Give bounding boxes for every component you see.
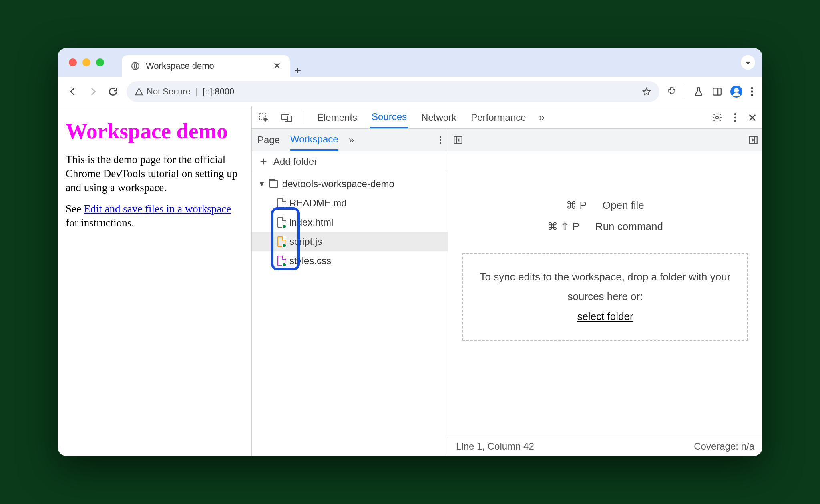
browser-tab[interactable]: Workspace demo ✕ [122,55,290,77]
gear-icon[interactable] [712,112,722,123]
cursor-position: Line 1, Column 42 [456,441,534,452]
svg-point-11 [734,120,736,122]
minimize-window-button[interactable] [82,58,90,66]
subtab-kebab-icon[interactable] [439,135,442,145]
tab-elements[interactable]: Elements [316,106,359,128]
svg-point-4 [751,94,753,96]
bookmark-icon[interactable] [642,87,651,96]
globe-icon [131,61,140,71]
left-panel-toggle-icon[interactable] [452,134,464,146]
page-heading: Workspace demo [66,117,243,146]
page-para-1: This is the demo page for the official C… [66,153,243,195]
hint-run-command-label: Run command [595,220,663,233]
device-toggle-icon[interactable] [281,112,293,124]
devtools-panel: Elements Sources Network Performance » [252,106,762,456]
sources-sidebar: Page Workspace » Add folder [252,129,448,456]
editor-toolbar [448,129,762,151]
back-button[interactable] [66,85,79,98]
svg-point-13 [440,139,441,140]
toolbar-divider [685,86,685,98]
svg-point-3 [751,90,753,92]
close-window-button[interactable] [69,58,77,66]
tab-sources[interactable]: Sources [370,106,408,128]
side-panel-icon[interactable] [712,86,722,97]
add-folder-label: Add folder [273,156,317,167]
file-icon [277,198,285,208]
file-icon [277,236,285,247]
select-folder-link[interactable]: select folder [577,310,633,322]
security-indicator[interactable]: Not Secure [135,86,191,97]
file-row-readme[interactable]: README.md [252,194,448,213]
svg-point-12 [440,136,441,137]
close-tab-icon[interactable]: ✕ [273,60,281,72]
file-name: index.html [289,217,333,228]
extensions-icon[interactable] [667,86,677,97]
subtab-workspace[interactable]: Workspace [290,129,338,151]
workspace-dropzone[interactable]: To sync edits to the workspace, drop a f… [462,253,748,341]
profile-avatar-icon[interactable] [730,86,742,98]
labs-icon[interactable] [693,86,704,97]
forward-button[interactable] [86,85,99,98]
window-controls [69,58,104,66]
expand-icon[interactable]: ▼ [258,180,265,188]
maximize-window-button[interactable] [96,58,104,66]
svg-point-9 [734,113,736,115]
svg-rect-1 [713,88,721,95]
file-icon [277,217,285,228]
kebab-menu-icon[interactable] [750,86,754,97]
browser-toolbar: Not Secure | [::]:8000 [58,77,762,106]
svg-point-14 [440,142,441,144]
content-body: Workspace demo This is the demo page for… [58,106,762,456]
right-panel-toggle-icon[interactable] [748,135,758,145]
coverage-status: Coverage: n/a [694,441,754,452]
reload-button[interactable] [107,85,119,98]
file-name: script.js [289,236,322,247]
svg-point-8 [716,116,719,119]
tab-performance[interactable]: Performance [469,106,527,128]
close-devtools-icon[interactable] [748,113,757,122]
tabs-dropdown-button[interactable] [741,55,755,70]
more-tabs-icon[interactable]: » [539,111,545,124]
subtab-page[interactable]: Page [257,129,280,151]
file-name: README.md [289,198,347,209]
add-folder-button[interactable]: Add folder [252,151,448,172]
file-icon [277,256,285,266]
sources-main: ⌘ P Open file ⌘ ⇧ P Run command To sync … [448,129,762,456]
file-row-index[interactable]: index.html [252,213,448,232]
tab-network[interactable]: Network [420,106,458,128]
file-name: styles.css [289,255,331,266]
file-tree: ▼ devtools-workspace-demo README.md inde… [252,172,448,273]
folder-name: devtools-workspace-demo [282,178,394,190]
devtools-tabs: Elements Sources Network Performance » [252,106,762,129]
file-row-styles[interactable]: styles.css [252,251,448,270]
url-text: [::]:8000 [203,86,235,97]
inspect-icon[interactable] [257,112,269,124]
address-bar[interactable]: Not Secure | [::]:8000 [127,81,659,102]
kbd-run-command: ⌘ ⇧ P [547,220,579,233]
new-tab-button[interactable]: + [290,64,306,77]
file-row-script[interactable]: script.js [252,232,448,251]
tutorial-link[interactable]: Edit and save files in a workspace [84,203,231,215]
hint-run-command: ⌘ ⇧ P Run command [547,220,663,233]
kbd-open-file: ⌘ P [566,199,587,212]
devtools-body: Page Workspace » Add folder [252,129,762,456]
rendered-page: Workspace demo This is the demo page for… [58,106,252,456]
kebab-icon[interactable] [734,112,737,123]
svg-point-10 [734,116,736,118]
tab-divider [304,111,304,124]
hint-open-file: ⌘ P Open file [566,199,644,212]
tab-title: Workspace demo [146,61,267,71]
toolbar-actions [667,86,754,98]
folder-icon [269,180,278,188]
sources-subtabs: Page Workspace » [252,129,448,151]
security-label: Not Secure [147,86,191,97]
dropzone-text: To sync edits to the workspace, drop a f… [475,267,735,307]
page-para-2: See Edit and save files in a workspace f… [66,202,243,230]
editor-statusbar: Line 1, Column 42 Coverage: n/a [448,436,762,456]
tab-strip: Workspace demo ✕ + [58,48,762,77]
hint-open-file-label: Open file [603,199,644,212]
svg-point-2 [751,87,753,89]
editor-hints: ⌘ P Open file ⌘ ⇧ P Run command [448,199,762,233]
more-subtabs-icon[interactable]: » [349,134,354,146]
folder-row[interactable]: ▼ devtools-workspace-demo [252,174,448,194]
